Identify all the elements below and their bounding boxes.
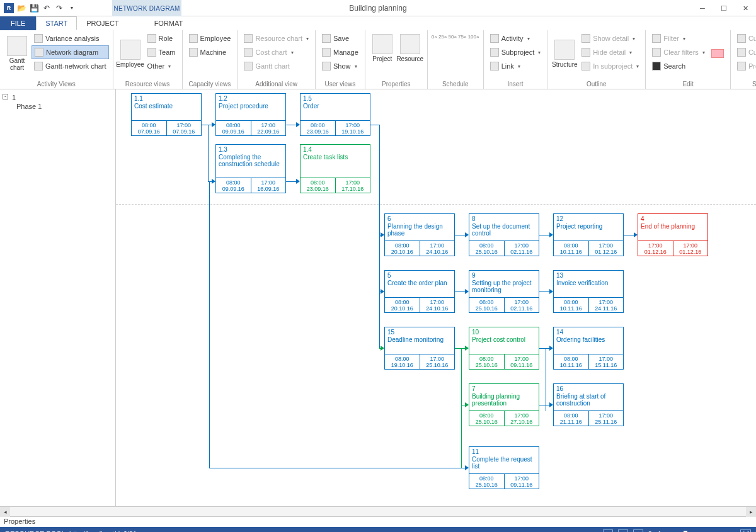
diagram-canvas[interactable]: 1.1Cost estimate08:0007.09.1617:0007.09.… [116,89,756,506]
variance-icon [34,34,43,43]
group-scrolling: Cutoff date Current date Project start▾ … [731,30,756,89]
resource-chart-button[interactable]: Resource chart▾ [241,31,311,45]
employee-big-button[interactable]: Employee [117,31,144,73]
filter-button[interactable]: Filter▾ [650,31,707,45]
tab-project[interactable]: PROJECT [77,16,128,30]
tab-format[interactable]: FORMAT [145,16,193,30]
manage-view-icon [322,48,331,57]
sched-100[interactable]: 100× [468,34,479,40]
minimize-button[interactable]: ─ [692,0,713,16]
gantt-chart-button[interactable]: Gantt chart [4,31,30,73]
current-date-button[interactable]: Current date [735,45,756,59]
node-5[interactable]: 5Create the order plan08:0020.10.1617:00… [384,270,455,313]
search-button[interactable]: Search [650,59,707,73]
insert-subproject-button[interactable]: Subproject▾ [488,45,544,59]
capacity-employee-button[interactable]: Employee [186,31,234,45]
node-15[interactable]: 15Deadline monitoring08:0019.10.1617:002… [384,327,455,370]
group-user-views: Save Manage Show▾ User views [316,30,365,89]
role-button[interactable]: Role [145,31,178,45]
eraser-button[interactable] [709,31,726,73]
node-12[interactable]: 12Project reporting08:0010.11.1617:0001.… [553,213,624,256]
activity-icon [490,34,499,43]
sched-0[interactable]: 0× [432,34,437,40]
node-7[interactable]: 7Building planning presentation08:0025.1… [469,383,539,426]
maximize-button[interactable]: ☐ [713,0,735,16]
outline-tree: - 1 Phase 1 [0,89,116,506]
scroll-right-button[interactable]: ▸ [746,507,756,517]
network-diagram-button[interactable]: Network diagram [32,45,109,59]
other-button[interactable]: Other▾ [145,59,178,73]
collapse-icon[interactable]: - [3,94,8,99]
resource-properties-button[interactable]: Resource [397,31,423,62]
userview-save-button[interactable]: Save [319,31,361,45]
app-icon: R [4,3,14,13]
team-icon [147,48,156,57]
variance-analysis-button[interactable]: Variance analysis [32,31,109,45]
node-9[interactable]: 9Setting up the project monitoring08:002… [469,270,539,313]
qat-customize-icon[interactable]: ▾ [67,3,77,13]
tree-row-phase1[interactable]: - 1 [3,93,113,102]
close-button[interactable]: ✕ [735,0,756,16]
node-4[interactable]: 4End of the planning17:0001.12.1617:0001… [638,213,708,256]
tree-item-label[interactable]: Phase 1 [3,102,113,111]
userview-manage-button[interactable]: Manage [319,45,361,59]
team-button[interactable]: Team [145,45,178,59]
role-icon [147,34,156,43]
project-properties-button[interactable]: Project [369,31,396,62]
cutoff-icon [737,34,746,43]
sched-75[interactable]: 75× [458,34,467,40]
node-8[interactable]: 8Set up the document control08:0025.10.1… [469,213,539,256]
node-13[interactable]: 13Invoice verification08:0010.11.1617:00… [553,270,624,313]
network-icon [35,48,43,57]
status-view-icon-1[interactable] [603,529,613,532]
zoom-fit-button[interactable]: ⛶ [740,529,751,532]
status-bar: RESOURCE POOL: http://localhost/ris6/21 … [0,527,756,532]
cost-chart-button[interactable]: Cost chart▾ [241,45,311,59]
clear-filters-button[interactable]: Clear filters▾ [650,45,707,59]
node-14[interactable]: 14Ordering facilities08:0010.11.1617:001… [553,327,624,370]
tab-start[interactable]: START [36,16,77,30]
tab-file[interactable]: FILE [0,16,36,30]
status-view-icon-3[interactable] [633,529,643,532]
hide-detail-button[interactable]: Hide detail▾ [579,45,641,59]
filter-icon [652,34,661,43]
node-6[interactable]: 6Planning the design phase08:0020.10.161… [384,213,455,256]
insert-activity-button[interactable]: Activity▾ [488,31,544,45]
show-detail-icon [581,34,590,43]
show-detail-button[interactable]: Show detail▾ [579,31,641,45]
scroll-left-button[interactable]: ◂ [0,507,10,517]
group-additional-view: Resource chart▾ Cost chart▾ Gantt chart … [238,30,316,89]
node-1-5[interactable]: 1.5Order08:0023.09.1617:0019.10.16 [300,93,370,136]
undo-icon[interactable]: ↶ [42,3,52,13]
node-11[interactable]: 11Complete the request list08:0025.10.16… [469,446,539,489]
group-insert: Activity▾ Subproject▾ Link▾ Insert [484,30,548,89]
node-1-4[interactable]: 1.4Create task lists08:0023.09.1617:0017… [300,144,370,193]
open-icon[interactable]: 📂 [16,3,26,13]
subproject-icon [490,48,499,57]
redo-icon[interactable]: ↷ [54,3,64,13]
status-view-icon-2[interactable] [618,529,628,532]
node-1-2[interactable]: 1.2Project procedure08:0009.09.1617:0022… [215,93,286,136]
gantt-network-button[interactable]: Gantt-network chart [32,59,109,73]
node-1-1[interactable]: 1.1Cost estimate08:0007.09.1617:0007.09.… [131,93,202,136]
userview-show-button[interactable]: Show▾ [319,59,361,73]
cap-machine-icon [189,48,198,57]
in-subproject-button[interactable]: In subproject▾ [579,59,641,73]
node-1-3[interactable]: 1.3Completing the construction schedule0… [215,144,286,193]
cutoff-date-button[interactable]: Cutoff date [735,31,756,45]
project-start-icon [737,62,746,71]
insert-link-button[interactable]: Link▾ [488,59,544,73]
save-icon[interactable]: 💾 [29,3,39,13]
project-start-button[interactable]: Project start▾ [735,59,756,73]
group-resource-views: Employee Role Team Other▾ Resource views [113,30,183,89]
horizontal-scrollbar[interactable]: ◂ ▸ [0,506,756,516]
properties-panel-header[interactable]: Properties [0,516,756,527]
sched-25[interactable]: 25× [438,34,447,40]
structure-button[interactable]: Structure [551,31,578,73]
node-16[interactable]: 16Briefing at start of construction08:00… [553,383,624,426]
sched-50[interactable]: 50× [448,34,457,40]
cost-chart-icon [244,48,253,57]
addl-gantt-button[interactable]: Gantt chart [241,59,311,73]
capacity-machine-button[interactable]: Machine [186,45,234,59]
node-10[interactable]: 10Project cost control08:0025.10.1617:00… [469,327,539,370]
